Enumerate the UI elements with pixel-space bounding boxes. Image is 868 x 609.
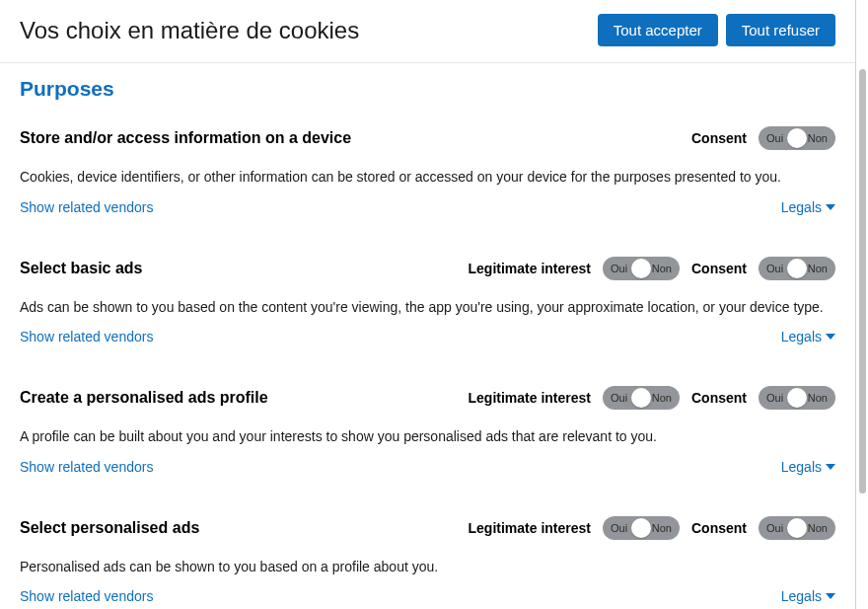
consent-label: Consent xyxy=(691,130,747,146)
refuse-all-button[interactable]: Tout refuser xyxy=(726,14,835,46)
legals-label: Legals xyxy=(781,199,822,215)
purpose-description: Cookies, device identifiers, or other in… xyxy=(20,168,835,188)
toggle-off-text: Non xyxy=(808,392,828,404)
accept-all-button[interactable]: Tout accepter xyxy=(598,14,718,46)
purpose-item: Create a personalised ads profile Legiti… xyxy=(20,386,835,475)
modal-title: Vos choix en matière de cookies xyxy=(20,17,359,44)
toggle-knob xyxy=(787,259,807,278)
legals-label: Legals xyxy=(781,459,822,475)
toggle-off-text: Non xyxy=(808,132,828,144)
legals-link[interactable]: Legals xyxy=(781,459,835,475)
purpose-footer: Show related vendors Legals xyxy=(20,329,835,344)
legit-label: Legitimate interest xyxy=(469,520,591,536)
toggles-row: Legitimate interest Oui Non Consent Oui … xyxy=(469,386,835,410)
chevron-down-icon xyxy=(826,591,835,601)
legit-toggle[interactable]: Oui Non xyxy=(603,386,680,410)
show-vendors-link[interactable]: Show related vendors xyxy=(20,588,153,604)
chevron-down-icon xyxy=(826,202,835,212)
purpose-footer: Show related vendors Legals xyxy=(20,588,835,604)
toggle-on-text: Oui xyxy=(766,522,783,534)
legit-label: Legitimate interest xyxy=(469,390,591,406)
chevron-down-icon xyxy=(826,332,835,342)
toggle-knob xyxy=(631,518,651,538)
toggle-knob xyxy=(631,388,651,408)
toggle-on-text: Oui xyxy=(611,263,627,274)
legit-label: Legitimate interest xyxy=(469,261,591,276)
header-buttons: Tout accepter Tout refuser xyxy=(598,14,835,46)
toggle-off-text: Non xyxy=(808,522,828,534)
purpose-title: Store and/or access information on a dev… xyxy=(20,129,351,147)
purpose-item: Select personalised ads Legitimate inter… xyxy=(20,516,835,605)
toggle-on-text: Oui xyxy=(766,132,783,144)
modal-header: Vos choix en matière de cookies Tout acc… xyxy=(0,0,855,63)
scrollbar-thumb[interactable] xyxy=(859,69,866,494)
chevron-down-icon xyxy=(826,462,835,472)
purpose-header: Select basic ads Legitimate interest Oui… xyxy=(20,257,835,280)
toggles-row: Consent Oui Non xyxy=(691,126,835,150)
purpose-header: Select personalised ads Legitimate inter… xyxy=(20,516,835,540)
legals-link[interactable]: Legals xyxy=(781,199,835,215)
consent-label: Consent xyxy=(691,520,747,536)
toggle-on-text: Oui xyxy=(766,392,783,404)
toggle-knob xyxy=(787,518,807,538)
purpose-header: Store and/or access information on a dev… xyxy=(20,126,835,150)
toggles-row: Legitimate interest Oui Non Consent Oui … xyxy=(469,516,835,540)
purpose-description: A profile can be built about you and you… xyxy=(20,427,835,447)
toggle-off-text: Non xyxy=(652,522,672,534)
purpose-description: Personalised ads can be shown to you bas… xyxy=(20,558,835,577)
purpose-header: Create a personalised ads profile Legiti… xyxy=(20,386,835,410)
consent-toggle[interactable]: Oui Non xyxy=(759,126,835,150)
toggle-on-text: Oui xyxy=(611,392,627,404)
consent-toggle[interactable]: Oui Non xyxy=(759,516,835,540)
cookie-consent-modal: Vos choix en matière de cookies Tout acc… xyxy=(0,0,856,609)
purpose-footer: Show related vendors Legals xyxy=(20,459,835,475)
purpose-title: Select personalised ads xyxy=(20,519,199,537)
purpose-footer: Show related vendors Legals xyxy=(20,199,835,215)
show-vendors-link[interactable]: Show related vendors xyxy=(20,329,153,344)
legit-toggle[interactable]: Oui Non xyxy=(603,516,680,540)
legals-label: Legals xyxy=(781,588,822,604)
toggle-off-text: Non xyxy=(652,263,672,274)
purpose-description: Ads can be shown to you based on the con… xyxy=(20,298,835,318)
consent-label: Consent xyxy=(691,261,747,276)
toggle-off-text: Non xyxy=(652,392,672,404)
legit-toggle[interactable]: Oui Non xyxy=(603,257,680,280)
toggle-off-text: Non xyxy=(808,263,828,274)
consent-toggle[interactable]: Oui Non xyxy=(759,257,835,280)
section-title-purposes: Purposes xyxy=(20,77,835,101)
toggle-knob xyxy=(787,128,807,148)
toggles-row: Legitimate interest Oui Non Consent Oui … xyxy=(469,257,835,280)
purpose-item: Store and/or access information on a dev… xyxy=(20,126,835,215)
legals-label: Legals xyxy=(781,329,822,344)
show-vendors-link[interactable]: Show related vendors xyxy=(20,199,153,215)
show-vendors-link[interactable]: Show related vendors xyxy=(20,459,153,475)
legals-link[interactable]: Legals xyxy=(781,588,835,604)
toggle-knob xyxy=(631,259,651,278)
purpose-title: Create a personalised ads profile xyxy=(20,389,268,407)
purpose-item: Select basic ads Legitimate interest Oui… xyxy=(20,257,835,345)
consent-toggle[interactable]: Oui Non xyxy=(759,386,835,410)
modal-content: Purposes Store and/or access information… xyxy=(0,63,855,609)
legals-link[interactable]: Legals xyxy=(781,329,835,344)
toggle-on-text: Oui xyxy=(611,522,627,534)
consent-label: Consent xyxy=(691,390,747,406)
toggle-on-text: Oui xyxy=(766,263,783,274)
toggle-knob xyxy=(787,388,807,408)
purpose-title: Select basic ads xyxy=(20,260,143,277)
